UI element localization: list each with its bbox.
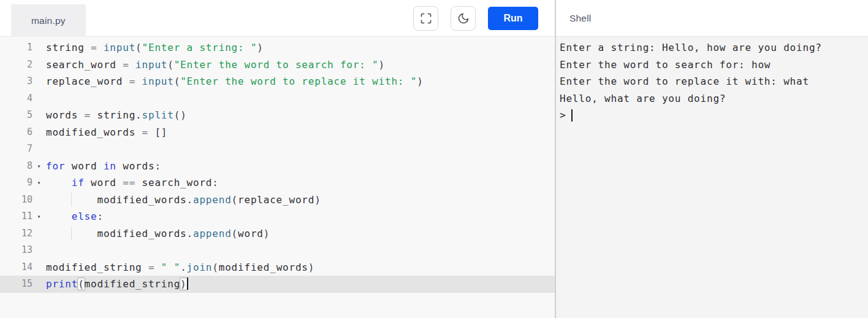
fold-spacer [32,73,46,90]
line-number: 5 [0,107,32,124]
code-line-4[interactable]: 4 [0,90,555,107]
line-number: 4 [0,90,32,107]
fold-arrow-icon[interactable]: ▾ [32,158,46,175]
code-line-7[interactable]: 7 [0,141,555,158]
fullscreen-icon [420,12,432,25]
code-line-13[interactable]: 13 [0,242,555,259]
fold-arrow-icon[interactable]: ▾ [32,208,46,225]
line-number: 12 [0,225,32,242]
code-text: search_word = input("Enter the word to s… [46,56,385,74]
shell-pane: Shell Enter a string: Hello, how are you… [556,0,868,318]
fold-spacer [32,141,46,158]
run-button[interactable]: Run [488,7,538,30]
shell-output-line: Enter a string: Hello, how are you doing… [560,39,868,56]
fold-spacer [32,56,46,74]
line-number: 8 [0,158,32,175]
fold-arrow-icon[interactable]: ▾ [32,174,46,192]
tab-label: main.py [31,15,66,26]
fold-spacer [32,276,46,293]
line-number: 3 [0,73,32,90]
code-line-11[interactable]: 11▾ else: [0,208,555,225]
fold-spacer [32,225,46,242]
fold-spacer [32,107,46,124]
line-number: 10 [0,192,32,209]
shell-prompt-line[interactable]: > [560,107,868,124]
code-text: string = input("Enter a string: ") [46,39,264,56]
line-number: 2 [0,56,32,74]
line-number: 14 [0,259,32,276]
code-line-3[interactable]: 3replace_word = input("Enter the word to… [0,73,555,90]
code-editor[interactable]: 1string = input("Enter a string: ")2sear… [0,37,555,318]
fold-spacer [32,259,46,276]
line-number: 15 [0,276,32,293]
fullscreen-button[interactable] [413,6,438,31]
fold-spacer [32,90,46,107]
shell-header: Shell [556,0,868,37]
code-text: if word == search_word: [46,174,219,192]
code-text: words = string.split() [46,107,187,124]
dark-mode-toggle-button[interactable] [451,6,476,31]
code-text: modified_string = " ".join(modified_word… [46,259,314,276]
shell-title: Shell [569,13,591,24]
shell-output-line: Hello, what are you doing? [560,90,868,107]
editor-pane: main.py Run 1stri [0,0,556,318]
code-line-12[interactable]: 12 modified_words.append(word) [0,225,555,242]
fold-spacer [32,242,46,259]
code-text: modified_words.append(replace_word) [46,192,321,209]
line-number: 13 [0,242,32,259]
text-cursor [187,277,188,290]
line-number: 7 [0,141,32,158]
online-python-compiler: main.py Run 1stri [0,0,868,318]
shell-prompt: > [560,107,566,124]
code-line-6[interactable]: 6modified_words = [] [0,124,555,141]
code-line-1[interactable]: 1string = input("Enter a string: ") [0,39,555,56]
code-text: modified_words = [] [46,124,167,141]
editor-toolbar: Run [413,6,555,31]
fold-spacer [32,39,46,56]
code-line-10[interactable]: 10 modified_words.append(replace_word) [0,192,555,209]
code-text: replace_word = input("Enter the word to … [46,73,424,90]
code-line-2[interactable]: 2search_word = input("Enter the word to … [0,56,555,74]
line-number: 1 [0,39,32,56]
code-text: modified_words.append(word) [46,225,270,242]
code-text: for word in words: [46,158,161,175]
editor-header: main.py Run [0,0,555,37]
shell-output[interactable]: Enter a string: Hello, how are you doing… [556,37,868,318]
line-number: 9 [0,174,32,192]
shell-output-line: Enter the word to search for: how [560,56,868,74]
code-line-5[interactable]: 5words = string.split() [0,107,555,124]
line-number: 6 [0,124,32,141]
code-line-9[interactable]: 9▾ if word == search_word: [0,174,555,192]
fold-spacer [32,124,46,141]
tab-main-py[interactable]: main.py [11,4,86,37]
line-number: 11 [0,208,32,225]
code-text: print(modified_string) [46,276,188,293]
shell-cursor [571,109,573,122]
code-line-14[interactable]: 14modified_string = " ".join(modified_wo… [0,259,555,276]
shell-output-line: Enter the word to replace it with: what [560,73,868,90]
fold-spacer [32,192,46,209]
code-text: else: [46,208,104,225]
code-line-15[interactable]: 15print(modified_string) [0,276,555,293]
moon-icon [457,12,470,25]
code-line-8[interactable]: 8▾for word in words: [0,158,555,175]
